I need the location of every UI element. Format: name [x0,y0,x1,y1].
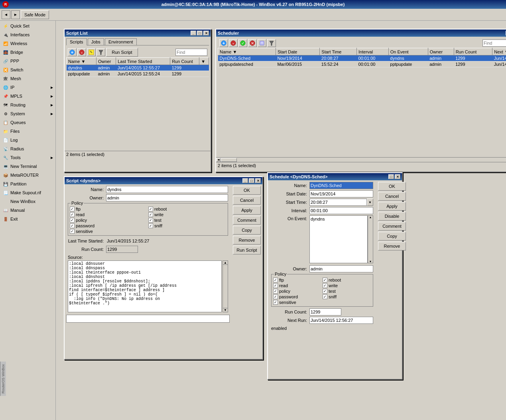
script-detail-maximize[interactable]: □ [249,178,254,183]
script-run-button[interactable]: Run Script [233,246,261,254]
sidebar-item-radius[interactable]: 📡 Radius [0,144,55,153]
sidebar-item-quick-set[interactable]: ⚡ Quick Set [0,22,55,30]
sched-sensitive-checkbox[interactable] [273,300,278,305]
script-ok-button[interactable]: OK [233,186,261,195]
sched-comment-button[interactable]: Comment [378,222,406,231]
sched-run-count-input[interactable] [309,308,341,315]
sched-policy-checkbox[interactable] [273,289,278,294]
script-name-input[interactable] [106,186,228,193]
sched-detail-owner-input[interactable] [309,265,373,272]
sidebar-item-system[interactable]: ⚙ System ▶ [0,109,55,118]
sidebar-item-files[interactable]: 📁 Files [0,127,55,136]
script-copy-button[interactable]: Copy [233,226,261,235]
filter-script-button[interactable] [96,48,105,56]
scroll-thumb[interactable] [221,158,237,162]
sidebar-item-mesh[interactable]: 🕸 Mesh [0,74,55,83]
sched-test-checkbox[interactable] [323,289,327,294]
read-checkbox[interactable] [70,212,75,217]
sched-row-dyndns[interactable]: DynDNS-Sched Nov/19/2014 20:08:27 00:01:… [218,55,506,61]
col-owner[interactable]: Owner [96,58,116,65]
sniff-checkbox[interactable] [148,223,153,228]
script-detail-close[interactable]: ✕ [255,178,261,183]
sensitive-checkbox[interactable] [70,229,75,234]
schedule-detail-title-bar[interactable]: Schedule <DynDNS-Sched> □ ✕ [268,173,402,180]
event-scroll-down[interactable]: ▼ [368,260,373,263]
run-count-input[interactable] [106,246,138,253]
sidebar-item-new-winbox[interactable]: New WinBox [0,197,55,206]
password-checkbox[interactable] [70,223,75,228]
sched-next-run-input[interactable] [309,317,373,324]
sidebar-item-new-terminal[interactable]: 💻 New Terminal [0,162,55,171]
col-more[interactable]: ▼ [199,58,209,65]
sched-col-start-time[interactable]: Start Time [320,48,357,55]
script-row-dyndns[interactable]: dyndns admin Jun/14/2015 12:55:27 1299 [67,65,209,71]
sidebar-item-routing[interactable]: 🗺 Routing ▶ [0,101,55,109]
sidebar-item-log[interactable]: 📄 Log [0,136,55,144]
remove-schedule-button[interactable]: - [229,39,238,47]
script-remove-button[interactable]: Remove [233,236,261,245]
filter-schedule-button[interactable] [267,39,276,47]
scroll-down[interactable]: ▼ [223,308,228,312]
sidebar-item-partition[interactable]: 💾 Partition [0,179,55,188]
sched-col-start-date[interactable]: Start Date [276,48,319,55]
tab-jobs[interactable]: Jobs [88,38,104,45]
source-scrollbar[interactable]: ▲ ▼ [222,260,228,312]
script-row-pptpupdate[interactable]: pptpupdate admin Jun/14/2015 12:55:24 12… [67,71,209,77]
write-checkbox[interactable] [148,212,153,217]
safe-mode-button[interactable]: Safe Mode [21,10,49,19]
sched-detail-name-input[interactable] [309,182,373,189]
scheduler-scrollbar[interactable]: ◄ ► [216,157,506,162]
script-detail-minimize[interactable]: _ [242,178,248,183]
sched-detail-time-input[interactable] [309,199,367,206]
sched-ftp-checkbox[interactable] [273,278,278,282]
sched-col-name[interactable]: Name ▼ [218,48,276,55]
sidebar-item-tools[interactable]: 🔧 Tools ▶ [0,153,55,162]
sched-reboot-checkbox[interactable] [323,278,327,282]
sched-disable-button[interactable]: Disable [378,212,406,221]
tab-scripts[interactable]: Scripts [66,38,87,45]
script-find-input[interactable] [175,49,207,56]
sched-write-checkbox[interactable] [323,283,327,288]
sched-sniff-checkbox[interactable] [323,294,327,299]
edit-script-button[interactable]: ✎ [87,48,96,56]
sidebar-item-interfaces[interactable]: 🔌 Interfaces [0,30,55,39]
script-cancel-button[interactable]: Cancel [233,196,261,205]
sidebar-item-switch[interactable]: 🔀 Switch [0,65,55,74]
start-time-dropdown[interactable]: ▼ [367,199,373,206]
sched-cancel-button[interactable]: Cancel [378,192,406,201]
scheduler-find-input[interactable] [482,39,506,47]
remove-script-button[interactable]: - [77,48,86,56]
sidebar-item-exit[interactable]: 🚪 Exit [0,215,55,223]
sched-row-pptpupdate[interactable]: pptpupdatesched Mar/06/2015 15:52:24 00:… [218,61,506,67]
sched-detail-date-input[interactable] [309,190,373,197]
add-script-button[interactable]: + [68,48,77,56]
script-list-minimize[interactable]: _ [191,31,196,35]
script-list-title-bar[interactable]: Script List _ □ ✕ [65,30,211,37]
policy-checkbox[interactable] [70,218,75,223]
script-owner-input[interactable] [106,194,228,201]
script-list-maximize[interactable]: □ [197,31,203,35]
sidebar-item-bridge[interactable]: 🌉 Bridge [0,48,55,57]
col-name[interactable]: Name ▼ [67,58,96,65]
add-schedule-button[interactable]: + [219,39,228,47]
sidebar-item-queues[interactable]: 📋 Queues [0,118,55,127]
sched-copy-button[interactable]: Copy [378,232,406,241]
sched-col-next[interactable]: Next ▼ [492,48,506,55]
script-apply-button[interactable]: Apply [233,206,261,215]
back-button[interactable]: ◄ [2,10,10,19]
tab-environment[interactable]: Environment [105,38,137,45]
comment-schedule-button[interactable]: .. [258,39,266,47]
script-list-close[interactable]: ✕ [203,31,209,35]
sched-read-checkbox[interactable] [273,283,278,288]
script-detail-title-bar[interactable]: Script <dyndns> _ □ ✕ [65,177,262,184]
sidebar-item-mpls[interactable]: 📌 MPLS ▶ [0,92,55,101]
sched-col-on-event[interactable]: On Event [388,48,428,55]
script-comment-button[interactable]: Comment [233,216,261,225]
test-checkbox[interactable] [148,218,153,223]
sidebar-item-manual[interactable]: 📖 Manual [0,206,55,215]
run-script-button[interactable]: Run Script [106,48,138,57]
disable-schedule-button[interactable]: ✕ [248,39,257,47]
sched-ok-button[interactable]: OK [378,182,406,191]
sidebar-item-make-supout[interactable]: 📃 Make Supout.rif [0,188,55,197]
sidebar-item-ppp[interactable]: 🔗 PPP [0,57,55,65]
